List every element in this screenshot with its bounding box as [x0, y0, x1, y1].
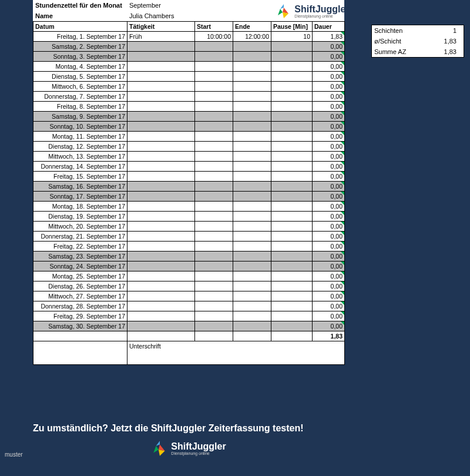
cell-taetigkeit[interactable]: [127, 172, 195, 182]
cell-ende[interactable]: [233, 212, 271, 222]
cell-pause[interactable]: [271, 192, 313, 202]
cell-dauer[interactable]: 0,00: [313, 172, 345, 182]
cell-ende[interactable]: [233, 182, 271, 192]
cell-ende[interactable]: [233, 42, 271, 52]
cell-ende[interactable]: [233, 122, 271, 132]
cell-datum[interactable]: Samstag, 30. September 17: [33, 321, 127, 331]
cell-dauer[interactable]: 0,00: [313, 212, 345, 222]
cell-pause[interactable]: [271, 311, 313, 321]
cell-pause[interactable]: [271, 122, 313, 132]
cell-ende[interactable]: [233, 112, 271, 122]
cell-start[interactable]: [195, 321, 233, 331]
cell-datum[interactable]: Montag, 4. September 17: [33, 62, 127, 72]
cell-ende[interactable]: [233, 162, 271, 172]
cell-start[interactable]: 10:00:00: [195, 32, 233, 42]
cell-start[interactable]: [195, 92, 233, 102]
cell-ende[interactable]: [233, 321, 271, 331]
cell-taetigkeit[interactable]: [127, 291, 195, 301]
cell-start[interactable]: [195, 112, 233, 122]
cell-datum[interactable]: Donnerstag, 7. September 17: [33, 92, 127, 102]
cell-ende[interactable]: [233, 252, 271, 262]
cell-datum[interactable]: Montag, 11. September 17: [33, 132, 127, 142]
cell-taetigkeit[interactable]: [127, 182, 195, 192]
cell-dauer[interactable]: 0,00: [313, 162, 345, 172]
cell-ende[interactable]: [233, 301, 271, 311]
cell-start[interactable]: [195, 212, 233, 222]
cell-dauer[interactable]: 0,00: [313, 62, 345, 72]
cell-dauer[interactable]: 0,00: [313, 92, 345, 102]
cell-dauer[interactable]: 0,00: [313, 142, 345, 152]
cell-start[interactable]: [195, 281, 233, 291]
cell-taetigkeit[interactable]: [127, 82, 195, 92]
cell-taetigkeit[interactable]: [127, 252, 195, 262]
signature-label[interactable]: Unterschrift: [127, 341, 345, 365]
cell-datum[interactable]: Samstag, 23. September 17: [33, 252, 127, 262]
cell-pause[interactable]: [271, 291, 313, 301]
cell-start[interactable]: [195, 252, 233, 262]
cell-taetigkeit[interactable]: [127, 112, 195, 122]
cell-datum[interactable]: Freitag, 22. September 17: [33, 242, 127, 252]
cell-datum[interactable]: Mittwoch, 13. September 17: [33, 152, 127, 162]
cell-dauer[interactable]: 0,00: [313, 262, 345, 271]
cell-start[interactable]: [195, 311, 233, 321]
cell-datum[interactable]: Freitag, 1. September 17: [33, 32, 127, 42]
cell-start[interactable]: [195, 222, 233, 232]
cell-dauer[interactable]: 0,00: [313, 122, 345, 132]
cell-start[interactable]: [195, 62, 233, 72]
cell-pause[interactable]: [271, 42, 313, 52]
cell-taetigkeit[interactable]: [127, 52, 195, 62]
cell-pause[interactable]: [271, 152, 313, 162]
cell-taetigkeit[interactable]: [127, 132, 195, 142]
cell-start[interactable]: [195, 132, 233, 142]
cell-taetigkeit[interactable]: [127, 152, 195, 162]
cell-taetigkeit[interactable]: [127, 122, 195, 132]
cell-taetigkeit[interactable]: [127, 222, 195, 232]
cell-taetigkeit[interactable]: Früh: [127, 32, 195, 42]
cell-dauer[interactable]: 0,00: [313, 132, 345, 142]
cell-ende[interactable]: [233, 152, 271, 162]
cell-pause[interactable]: [271, 212, 313, 222]
cell-dauer[interactable]: 0,00: [313, 152, 345, 162]
cell-taetigkeit[interactable]: [127, 192, 195, 202]
cell-dauer[interactable]: 0,00: [313, 252, 345, 262]
cell-start[interactable]: [195, 262, 233, 271]
cell-ende[interactable]: [233, 52, 271, 62]
cell-datum[interactable]: Donnerstag, 28. September 17: [33, 301, 127, 311]
cell-taetigkeit[interactable]: [127, 271, 195, 281]
cell-pause[interactable]: [271, 202, 313, 212]
cell-dauer[interactable]: 0,00: [313, 232, 345, 242]
cell-datum[interactable]: Sonntag, 3. September 17: [33, 52, 127, 62]
cell-pause[interactable]: [271, 112, 313, 122]
cell-datum[interactable]: Freitag, 15. September 17: [33, 172, 127, 182]
cell-datum[interactable]: Dienstag, 12. September 17: [33, 142, 127, 152]
cell-datum[interactable]: Montag, 25. September 17: [33, 271, 127, 281]
cell-datum[interactable]: Donnerstag, 21. September 17: [33, 232, 127, 242]
cell-datum[interactable]: Dienstag, 5. September 17: [33, 72, 127, 82]
cell-ende[interactable]: [233, 242, 271, 252]
cell-datum[interactable]: Dienstag, 19. September 17: [33, 212, 127, 222]
cell-datum[interactable]: Samstag, 16. September 17: [33, 182, 127, 192]
cell-ende[interactable]: [233, 192, 271, 202]
cell-taetigkeit[interactable]: [127, 301, 195, 311]
cell-pause[interactable]: [271, 172, 313, 182]
cell-dauer[interactable]: 0,00: [313, 82, 345, 92]
cell-start[interactable]: [195, 82, 233, 92]
cell-start[interactable]: [195, 192, 233, 202]
cell-datum[interactable]: Mittwoch, 20. September 17: [33, 222, 127, 232]
cell-datum[interactable]: Mittwoch, 27. September 17: [33, 291, 127, 301]
cell-datum[interactable]: Montag, 18. September 17: [33, 202, 127, 212]
cell-taetigkeit[interactable]: [127, 102, 195, 112]
cell-pause[interactable]: [271, 301, 313, 311]
cell-pause[interactable]: [271, 281, 313, 291]
cell-taetigkeit[interactable]: [127, 202, 195, 212]
cell-start[interactable]: [195, 182, 233, 192]
cell-ende[interactable]: 12:00:00: [233, 32, 271, 42]
cell-ende[interactable]: [233, 232, 271, 242]
cell-start[interactable]: [195, 301, 233, 311]
cell-pause[interactable]: [271, 252, 313, 262]
cell-ende[interactable]: [233, 222, 271, 232]
cell-ende[interactable]: [233, 291, 271, 301]
cell-dauer[interactable]: 0,00: [313, 52, 345, 62]
cell-datum[interactable]: Freitag, 8. September 17: [33, 102, 127, 112]
cell-pause[interactable]: 10: [271, 32, 313, 42]
